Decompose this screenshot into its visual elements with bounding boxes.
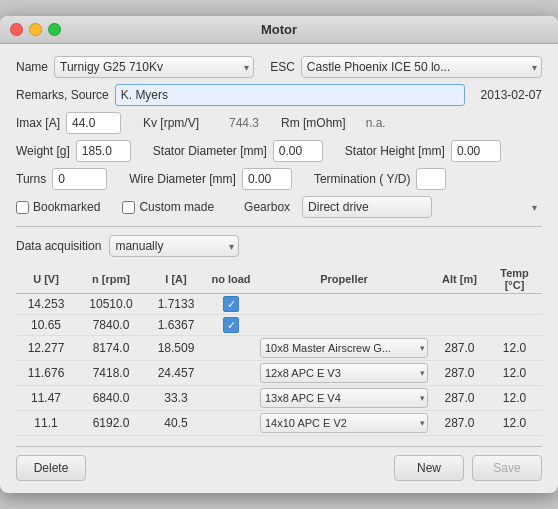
cell-temp: 12.0 — [487, 411, 542, 436]
window-controls — [10, 23, 61, 36]
name-row: Name Turnigy G25 710Kv ESC Castle Phoeni… — [16, 56, 542, 78]
stator-dia-input[interactable] — [273, 140, 323, 162]
cell-n: 6192.0 — [76, 411, 146, 436]
cell-i: 33.3 — [146, 386, 206, 411]
cell-u: 10.65 — [16, 315, 76, 336]
data-acq-label: Data acquisition — [16, 239, 101, 253]
new-button[interactable]: New — [394, 455, 464, 481]
esc-select[interactable]: Castle Phoenix ICE 50 lo... — [301, 56, 542, 78]
data-acq-select[interactable]: manually — [109, 235, 239, 257]
turns-input[interactable] — [52, 168, 107, 190]
termination-label: Termination ( Y/D) — [314, 172, 410, 186]
noload-checkbox[interactable] — [223, 317, 239, 333]
propeller-select[interactable]: 12x8 APC E V3 — [260, 363, 428, 383]
stator-h-input[interactable] — [451, 140, 501, 162]
remarks-row: Remarks, Source 2013-02-07 — [16, 84, 542, 106]
data-table: U [V] n [rpm] I [A] no load Propeller Al… — [16, 265, 542, 436]
delete-button[interactable]: Delete — [16, 455, 86, 481]
cell-n: 7840.0 — [76, 315, 146, 336]
kv-label: Kv [rpm/V] — [143, 116, 199, 130]
gearbox-label: Gearbox — [244, 200, 290, 214]
weight-input[interactable] — [76, 140, 131, 162]
stator-dia-label: Stator Diameter [mm] — [153, 144, 267, 158]
stator-h-label: Stator Height [mm] — [345, 144, 445, 158]
cell-propeller: 12x8 APC E V3 — [256, 361, 432, 386]
close-button[interactable] — [10, 23, 23, 36]
gearbox-select[interactable]: Direct drive — [302, 196, 432, 218]
col-header-temp: Temp [°C] — [487, 265, 542, 294]
cell-propeller — [256, 294, 432, 315]
table-row: 12.2778174.018.50910x8 Master Airscrew G… — [16, 336, 542, 361]
turns-row: Turns Wire Diameter [mm] Termination ( Y… — [16, 168, 542, 190]
cell-propeller: 14x10 APC E V2 — [256, 411, 432, 436]
cell-alt — [432, 315, 487, 336]
bookmarked-label[interactable]: Bookmarked — [16, 200, 100, 214]
col-header-noload: no load — [206, 265, 256, 294]
cell-alt — [432, 294, 487, 315]
cell-u: 11.676 — [16, 361, 76, 386]
cell-i: 40.5 — [146, 411, 206, 436]
propeller-select[interactable]: 10x8 Master Airscrew G... — [260, 338, 428, 358]
custom-checkbox[interactable] — [122, 201, 135, 214]
col-header-n: n [rpm] — [76, 265, 146, 294]
wire-dia-input[interactable] — [242, 168, 292, 190]
cell-u: 14.253 — [16, 294, 76, 315]
cell-alt: 287.0 — [432, 361, 487, 386]
termination-input[interactable] — [416, 168, 446, 190]
imax-input[interactable] — [66, 112, 121, 134]
cell-n: 7418.0 — [76, 361, 146, 386]
cell-propeller: 10x8 Master Airscrew G... — [256, 336, 432, 361]
cell-alt: 287.0 — [432, 386, 487, 411]
cell-n: 6840.0 — [76, 386, 146, 411]
propeller-select[interactable]: 13x8 APC E V4 — [260, 388, 428, 408]
minimize-button[interactable] — [29, 23, 42, 36]
weight-label: Weight [g] — [16, 144, 70, 158]
cell-temp: 12.0 — [487, 386, 542, 411]
cell-i: 1.7133 — [146, 294, 206, 315]
remarks-input[interactable] — [115, 84, 465, 106]
cell-temp — [487, 294, 542, 315]
noload-checkbox[interactable] — [223, 296, 239, 312]
save-button[interactable]: Save — [472, 455, 542, 481]
footer: Delete New Save — [16, 446, 542, 481]
table-row: 14.25310510.01.7133 — [16, 294, 542, 315]
name-select[interactable]: Turnigy G25 710Kv — [54, 56, 254, 78]
custom-label[interactable]: Custom made — [122, 200, 214, 214]
maximize-button[interactable] — [48, 23, 61, 36]
cell-alt: 287.0 — [432, 336, 487, 361]
propeller-select[interactable]: 14x10 APC E V2 — [260, 413, 428, 433]
cell-u: 11.47 — [16, 386, 76, 411]
cell-noload[interactable] — [206, 315, 256, 336]
weight-row: Weight [g] Stator Diameter [mm] Stator H… — [16, 140, 542, 162]
data-acq-row: Data acquisition manually — [16, 235, 542, 257]
date-value: 2013-02-07 — [481, 88, 542, 102]
cell-noload[interactable] — [206, 386, 256, 411]
cell-noload[interactable] — [206, 361, 256, 386]
cell-noload[interactable] — [206, 294, 256, 315]
col-header-alt: Alt [m] — [432, 265, 487, 294]
imax-label: Imax [A] — [16, 116, 60, 130]
cell-noload[interactable] — [206, 336, 256, 361]
rm-value: n.a. — [356, 116, 386, 130]
bookmarked-row: Bookmarked Custom made Gearbox Direct dr… — [16, 196, 542, 218]
cell-u: 12.277 — [16, 336, 76, 361]
bookmarked-checkbox[interactable] — [16, 201, 29, 214]
cell-alt: 287.0 — [432, 411, 487, 436]
table-row: 10.657840.01.6367 — [16, 315, 542, 336]
cell-temp — [487, 315, 542, 336]
cell-i: 24.457 — [146, 361, 206, 386]
remarks-label: Remarks, Source — [16, 88, 109, 102]
cell-n: 10510.0 — [76, 294, 146, 315]
turns-label: Turns — [16, 172, 46, 186]
kv-value: 744.3 — [209, 116, 259, 130]
col-header-i: I [A] — [146, 265, 206, 294]
title-bar: Motor — [0, 16, 558, 44]
cell-temp: 12.0 — [487, 336, 542, 361]
window-title: Motor — [261, 22, 297, 37]
wire-dia-label: Wire Diameter [mm] — [129, 172, 236, 186]
cell-propeller — [256, 315, 432, 336]
rm-label: Rm [mOhm] — [281, 116, 346, 130]
esc-label: ESC — [270, 60, 295, 74]
table-row: 11.6767418.024.45712x8 APC E V3287.012.0 — [16, 361, 542, 386]
cell-noload[interactable] — [206, 411, 256, 436]
